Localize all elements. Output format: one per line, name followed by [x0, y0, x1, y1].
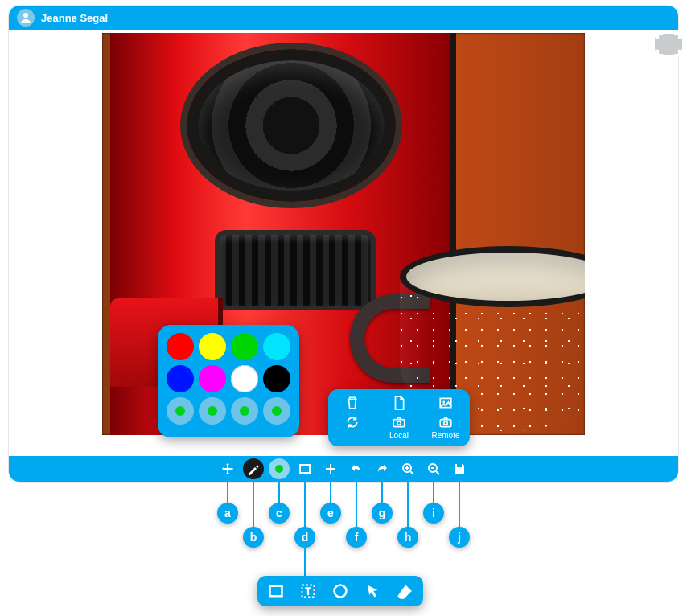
- new-file-button[interactable]: [383, 396, 415, 410]
- avatar[interactable]: [17, 9, 35, 27]
- annotation-badge-j: j: [449, 527, 470, 548]
- color-dot-icon: [275, 465, 283, 473]
- circle-shape-button[interactable]: [331, 582, 349, 600]
- annotation-badge-g: g: [372, 503, 393, 524]
- open-image-button[interactable]: [430, 396, 462, 410]
- text-icon: [300, 583, 316, 599]
- title-bar: Jeanne Segal: [9, 6, 678, 30]
- color-swatch[interactable]: [263, 333, 290, 360]
- move-icon: [221, 462, 234, 475]
- color-swatch[interactable]: [199, 365, 226, 392]
- recent-color[interactable]: [167, 397, 194, 425]
- camera-icon: [438, 415, 453, 429]
- color-dot-icon: [272, 406, 282, 416]
- plus-icon: [324, 462, 337, 475]
- text-shape-button[interactable]: [299, 582, 317, 600]
- circle-icon: [332, 583, 348, 599]
- remote-label: Remote: [431, 431, 459, 440]
- color-palette-popup: [158, 325, 299, 437]
- fullscreen-button[interactable]: [655, 34, 682, 55]
- pointer-shape-button[interactable]: [364, 582, 381, 600]
- camera-icon: [392, 415, 406, 429]
- annotation-badge-e: e: [320, 503, 341, 524]
- rect-shape-button[interactable]: [267, 582, 285, 600]
- annotation-badge-h: h: [397, 527, 418, 548]
- color-dot-icon: [240, 406, 249, 416]
- color-swatch[interactable]: [263, 365, 290, 392]
- save-tool-button[interactable]: [449, 458, 470, 479]
- zoom-out-icon: [427, 462, 440, 475]
- pointer-icon: [364, 583, 381, 599]
- add-tool-button[interactable]: [320, 458, 341, 479]
- color-dot-icon: [175, 406, 185, 416]
- color-swatch[interactable]: [199, 333, 226, 360]
- color-swatch[interactable]: [167, 333, 194, 360]
- rect-icon: [268, 583, 284, 599]
- save-icon: [453, 462, 466, 475]
- eraser-shape-button[interactable]: [396, 582, 413, 600]
- zoomout-tool-button[interactable]: [423, 458, 444, 479]
- recent-color[interactable]: [263, 397, 290, 425]
- undo-tool-button[interactable]: [346, 458, 367, 479]
- color-dot-icon: [208, 406, 217, 416]
- recent-color[interactable]: [231, 397, 258, 425]
- annotation-badge-a: a: [217, 503, 238, 524]
- redo-tool-button[interactable]: [372, 458, 393, 479]
- move-tool-button[interactable]: [217, 458, 238, 479]
- capture-local-button[interactable]: Local: [383, 415, 415, 440]
- recent-color[interactable]: [199, 397, 226, 425]
- redo-icon: [376, 462, 389, 475]
- rect-icon: [298, 462, 311, 475]
- annotation-badge-c: c: [269, 503, 290, 524]
- color-swatch[interactable]: [231, 333, 258, 360]
- local-label: Local: [389, 431, 409, 440]
- shape-toolbar: [257, 576, 423, 606]
- delete-button[interactable]: [336, 396, 368, 410]
- capture-remote-button[interactable]: Remote: [430, 415, 462, 440]
- color-tool-button[interactable]: [269, 458, 290, 479]
- annotation-badge-f: f: [346, 527, 367, 548]
- zoom-in-icon: [401, 462, 414, 475]
- annotation-badge-b: b: [243, 527, 264, 548]
- undo-icon: [350, 462, 363, 475]
- trash-icon: [345, 396, 360, 410]
- username-label: Jeanne Segal: [41, 12, 108, 24]
- eraser-icon: [397, 583, 413, 599]
- zoomin-tool-button[interactable]: [397, 458, 418, 479]
- pencil-icon: [247, 462, 260, 475]
- annotation-badge-i: i: [423, 503, 444, 524]
- color-swatch[interactable]: [231, 365, 258, 392]
- file-popup: Local Remote: [328, 389, 470, 446]
- fullscreen-icon: [655, 31, 682, 58]
- draw-tool-button[interactable]: [243, 458, 264, 479]
- toolbar: [9, 456, 678, 482]
- image-icon: [438, 396, 453, 410]
- refresh-icon: [345, 415, 360, 429]
- annotation-badge-d: d: [294, 527, 315, 548]
- file-icon: [392, 396, 406, 410]
- color-swatch[interactable]: [167, 365, 194, 392]
- shape-tool-button[interactable]: [294, 458, 315, 479]
- refresh-button[interactable]: [336, 415, 368, 429]
- user-icon: [19, 11, 32, 24]
